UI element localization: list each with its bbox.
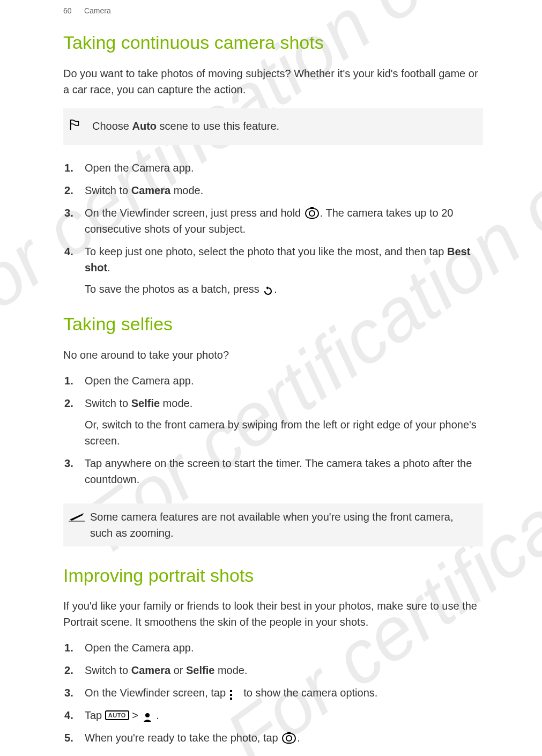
camera-shutter-icon	[282, 732, 296, 744]
step-text: .	[153, 709, 159, 721]
step-text: Open the Camera app.	[85, 162, 194, 174]
svg-rect-2	[310, 207, 314, 209]
step-text: Switch to	[85, 397, 131, 409]
svg-rect-0	[306, 209, 318, 218]
page-header: 60 Camera	[63, 5, 483, 17]
step-text: Tap anywhere on the screen to start the …	[85, 457, 472, 485]
section-name: Camera	[84, 6, 111, 15]
step-text: .	[297, 732, 300, 744]
step-text: mode.	[160, 397, 192, 409]
step-item: Switch to Camera mode.	[85, 182, 483, 198]
step-item: On the Viewfinder screen, tap to show th…	[85, 685, 483, 701]
svg-rect-5	[230, 694, 232, 696]
back-icon	[263, 284, 273, 294]
step-item: Open the Camera app.	[85, 160, 483, 176]
section-intro: No one around to take your photo?	[63, 347, 483, 363]
note-bold: Auto	[132, 120, 157, 132]
step-text: .	[107, 262, 110, 273]
steps-list: Open the Camera app. Switch to Camera mo…	[63, 160, 483, 297]
svg-point-1	[309, 211, 315, 216]
note-suffix: scene to use this feature.	[157, 120, 279, 132]
section-title: Taking selfies	[63, 313, 483, 335]
svg-point-7	[145, 713, 150, 717]
more-dots-icon	[230, 688, 240, 698]
step-text: Switch to	[85, 184, 131, 196]
step-bold: Camera	[131, 184, 170, 196]
portrait-person-icon	[143, 710, 152, 720]
step-item: Tap AUTO > .	[85, 707, 483, 723]
steps-list: Open the Camera app. Switch to Selfie mo…	[63, 373, 483, 487]
step-text: On the Viewfinder screen, tap	[85, 687, 229, 699]
step-text: Tap	[85, 709, 105, 721]
step-text: or	[170, 664, 186, 676]
step-item: Switch to Camera or Selfie mode.	[85, 662, 483, 678]
section-title: Taking continuous camera shots	[63, 32, 483, 54]
step-item: Open the Camera app.	[85, 640, 483, 656]
page-content: 60 Camera Taking continuous camera shots…	[0, 0, 542, 756]
camera-shutter-icon	[305, 207, 319, 219]
step-item: Open the Camera app.	[85, 373, 483, 389]
pen-icon	[69, 510, 80, 526]
step-text: Open the Camera app.	[85, 375, 194, 387]
section-title: Improving portrait shots	[63, 565, 483, 587]
pen-note: Some camera features are not available w…	[63, 503, 483, 546]
step-item: When you're ready to take the photo, tap…	[85, 730, 483, 746]
step-gt: >	[129, 709, 142, 721]
steps-list: Open the Camera app. Switch to Camera or…	[63, 640, 483, 746]
svg-rect-10	[287, 732, 291, 734]
svg-rect-8	[283, 733, 295, 743]
step-bold: Selfie	[131, 397, 160, 409]
step-item: On the Viewfinder screen, just press and…	[85, 205, 483, 237]
auto-mode-icon: AUTO	[105, 710, 129, 720]
note-prefix: Choose	[92, 120, 132, 132]
section-intro: If you'd like your family or friends to …	[63, 598, 483, 630]
step-text: .	[274, 283, 277, 295]
step-item: Tap anywhere on the screen to start the …	[85, 455, 483, 487]
page-number: 60	[63, 6, 72, 15]
step-bold: Selfie	[186, 664, 214, 676]
step-item: To keep just one photo, select the photo…	[85, 243, 483, 297]
step-text: When you're ready to take the photo, tap	[85, 732, 281, 744]
flag-note: Choose Auto scene to use this feature.	[63, 108, 483, 145]
step-text: mode.	[170, 184, 203, 196]
svg-rect-4	[230, 690, 232, 692]
step-text: Open the Camera app.	[85, 642, 194, 654]
step-text: To save the photos as a batch, press	[85, 283, 262, 295]
step-text: On the Viewfinder screen, just press and…	[85, 207, 304, 219]
step-sub: Or, switch to the front camera by swipin…	[85, 417, 483, 449]
svg-rect-6	[230, 698, 232, 700]
step-text: to show the camera options.	[241, 687, 378, 699]
section-intro: Do you want to take photos of moving sub…	[63, 65, 483, 98]
step-text: To keep just one photo, select the photo…	[85, 246, 447, 257]
step-sub: To save the photos as a batch, press .	[85, 281, 483, 297]
note-text: Some camera features are not available w…	[90, 509, 476, 541]
svg-point-9	[286, 736, 292, 741]
step-text: mode.	[214, 664, 247, 676]
step-text: Switch to	[85, 664, 131, 676]
flag-icon	[69, 119, 80, 135]
step-item: Switch to Selfie mode. Or, switch to the…	[85, 395, 483, 449]
step-bold: Camera	[131, 664, 170, 676]
note-text: Choose Auto scene to use this feature.	[92, 118, 279, 134]
